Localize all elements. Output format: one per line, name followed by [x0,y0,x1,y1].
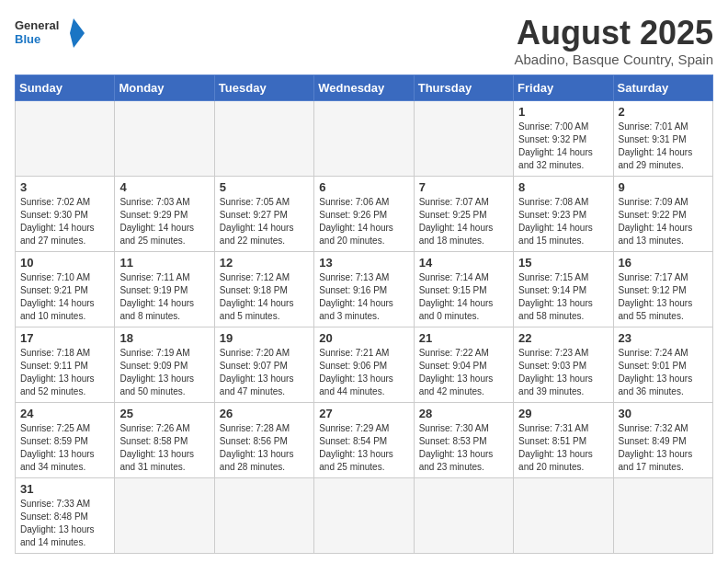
weekday-header-friday: Friday [514,75,613,100]
day-number: 18 [119,331,209,345]
weekday-header-saturday: Saturday [613,75,712,100]
day-info: Sunrise: 7:12 AMSunset: 9:18 PMDaylight:… [220,271,309,323]
day-info: Sunrise: 7:19 AMSunset: 9:09 PMDaylight:… [119,347,209,398]
day-info: Sunrise: 7:21 AMSunset: 9:06 PMDaylight:… [319,347,408,398]
day-number: 28 [419,407,508,420]
day-info: Sunrise: 7:18 AMSunset: 9:11 PMDaylight:… [20,347,109,398]
day-number: 17 [20,331,109,345]
svg-text:General: General [15,18,59,32]
calendar-cell: 2Sunrise: 7:01 AMSunset: 9:31 PMDaylight… [613,100,712,176]
day-number: 24 [20,407,109,420]
calendar-cell [214,100,313,176]
day-number: 10 [20,256,109,270]
weekday-header-tuesday: Tuesday [214,75,313,100]
logo: General Blue [15,15,88,52]
week-row-5: 24Sunrise: 7:25 AMSunset: 8:59 PMDayligh… [16,402,713,477]
calendar-cell: 4Sunrise: 7:03 AMSunset: 9:29 PMDaylight… [115,176,214,251]
calendar-cell: 12Sunrise: 7:12 AMSunset: 9:18 PMDayligh… [214,251,313,327]
calendar-cell: 13Sunrise: 7:13 AMSunset: 9:16 PMDayligh… [314,251,414,327]
calendar-cell: 1Sunrise: 7:00 AMSunset: 9:32 PMDaylight… [514,100,613,176]
day-number: 13 [319,256,408,270]
day-info: Sunrise: 7:24 AMSunset: 9:01 PMDaylight:… [619,347,708,398]
day-number: 7 [419,180,508,194]
calendar-cell: 5Sunrise: 7:05 AMSunset: 9:27 PMDaylight… [214,176,313,251]
week-row-2: 3Sunrise: 7:02 AMSunset: 9:30 PMDaylight… [16,176,713,251]
day-info: Sunrise: 7:15 AMSunset: 9:14 PMDaylight:… [518,271,608,323]
day-info: Sunrise: 7:07 AMSunset: 9:25 PMDaylight:… [419,196,508,247]
day-info: Sunrise: 7:26 AMSunset: 8:58 PMDaylight:… [119,422,209,474]
day-info: Sunrise: 7:00 AMSunset: 9:32 PMDaylight:… [518,121,608,172]
day-number: 27 [319,407,408,420]
calendar-cell: 30Sunrise: 7:32 AMSunset: 8:49 PMDayligh… [613,402,712,477]
calendar-cell: 26Sunrise: 7:28 AMSunset: 8:56 PMDayligh… [214,402,313,477]
page-header: General Blue August 2025 Abadino, Basque… [15,15,713,67]
day-number: 23 [619,331,708,345]
day-number: 3 [20,180,109,194]
calendar-cell: 28Sunrise: 7:30 AMSunset: 8:53 PMDayligh… [414,402,513,477]
calendar-cell [613,477,712,553]
calendar-cell: 6Sunrise: 7:06 AMSunset: 9:26 PMDaylight… [314,176,414,251]
day-number: 16 [619,256,708,270]
calendar-subtitle: Abadino, Basque Country, Spain [514,52,713,67]
day-number: 5 [220,180,309,194]
day-number: 30 [619,407,708,420]
day-number: 9 [619,180,708,194]
day-number: 6 [319,180,408,194]
calendar-cell: 24Sunrise: 7:25 AMSunset: 8:59 PMDayligh… [16,402,115,477]
calendar-cell: 20Sunrise: 7:21 AMSunset: 9:06 PMDayligh… [314,327,414,402]
day-info: Sunrise: 7:22 AMSunset: 9:04 PMDaylight:… [419,347,508,398]
day-info: Sunrise: 7:09 AMSunset: 9:22 PMDaylight:… [619,196,708,247]
calendar-cell: 23Sunrise: 7:24 AMSunset: 9:01 PMDayligh… [613,327,712,402]
calendar-cell: 7Sunrise: 7:07 AMSunset: 9:25 PMDaylight… [414,176,513,251]
calendar-table: SundayMondayTuesdayWednesdayThursdayFrid… [15,75,713,554]
week-row-4: 17Sunrise: 7:18 AMSunset: 9:11 PMDayligh… [16,327,713,402]
svg-marker-2 [70,18,85,48]
calendar-cell: 14Sunrise: 7:14 AMSunset: 9:15 PMDayligh… [414,251,513,327]
calendar-cell: 8Sunrise: 7:08 AMSunset: 9:23 PMDaylight… [514,176,613,251]
calendar-cell [414,100,513,176]
calendar-cell [314,477,414,553]
calendar-title: August 2025 [514,15,713,52]
calendar-cell [115,100,214,176]
weekday-header-row: SundayMondayTuesdayWednesdayThursdayFrid… [16,75,713,100]
calendar-cell: 15Sunrise: 7:15 AMSunset: 9:14 PMDayligh… [514,251,613,327]
day-number: 8 [518,180,608,194]
calendar-cell [16,100,115,176]
calendar-cell [514,477,613,553]
calendar-cell: 16Sunrise: 7:17 AMSunset: 9:12 PMDayligh… [613,251,712,327]
day-info: Sunrise: 7:30 AMSunset: 8:53 PMDaylight:… [419,422,508,474]
calendar-cell: 22Sunrise: 7:23 AMSunset: 9:03 PMDayligh… [514,327,613,402]
calendar-cell: 25Sunrise: 7:26 AMSunset: 8:58 PMDayligh… [115,402,214,477]
day-info: Sunrise: 7:25 AMSunset: 8:59 PMDaylight:… [20,422,109,474]
weekday-header-monday: Monday [115,75,214,100]
day-number: 26 [220,407,309,420]
day-number: 31 [20,482,109,496]
day-info: Sunrise: 7:02 AMSunset: 9:30 PMDaylight:… [20,196,109,247]
day-info: Sunrise: 7:17 AMSunset: 9:12 PMDaylight:… [619,271,708,323]
day-number: 19 [220,331,309,345]
day-number: 4 [119,180,209,194]
day-number: 12 [220,256,309,270]
day-number: 20 [319,331,408,345]
calendar-cell: 19Sunrise: 7:20 AMSunset: 9:07 PMDayligh… [214,327,313,402]
day-info: Sunrise: 7:10 AMSunset: 9:21 PMDaylight:… [20,271,109,323]
day-info: Sunrise: 7:08 AMSunset: 9:23 PMDaylight:… [518,196,608,247]
day-info: Sunrise: 7:31 AMSunset: 8:51 PMDaylight:… [518,422,608,474]
calendar-cell: 31Sunrise: 7:33 AMSunset: 8:48 PMDayligh… [16,477,115,553]
calendar-cell: 10Sunrise: 7:10 AMSunset: 9:21 PMDayligh… [16,251,115,327]
day-number: 25 [119,407,209,420]
day-info: Sunrise: 7:03 AMSunset: 9:29 PMDaylight:… [119,196,209,247]
day-info: Sunrise: 7:29 AMSunset: 8:54 PMDaylight:… [319,422,408,474]
title-area: August 2025 Abadino, Basque Country, Spa… [514,15,713,67]
day-info: Sunrise: 7:13 AMSunset: 9:16 PMDaylight:… [319,271,408,323]
day-number: 22 [518,331,608,345]
day-number: 15 [518,256,608,270]
calendar-cell [214,477,313,553]
day-info: Sunrise: 7:20 AMSunset: 9:07 PMDaylight:… [220,347,309,398]
week-row-3: 10Sunrise: 7:10 AMSunset: 9:21 PMDayligh… [16,251,713,327]
calendar-cell: 29Sunrise: 7:31 AMSunset: 8:51 PMDayligh… [514,402,613,477]
svg-text:Blue: Blue [15,32,40,46]
day-info: Sunrise: 7:28 AMSunset: 8:56 PMDaylight:… [220,422,309,474]
day-number: 29 [518,407,608,420]
day-info: Sunrise: 7:05 AMSunset: 9:27 PMDaylight:… [220,196,309,247]
